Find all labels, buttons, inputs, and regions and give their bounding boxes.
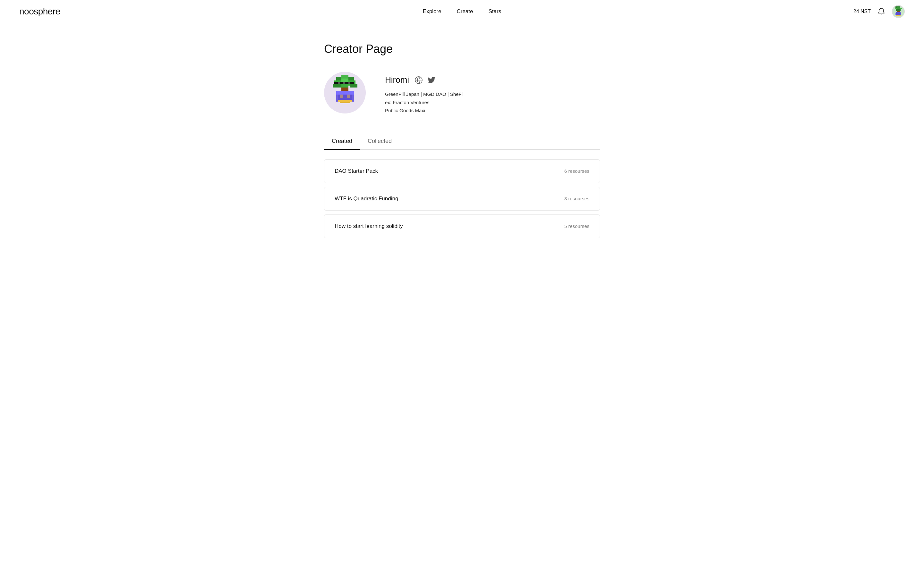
svg-rect-22 (333, 84, 342, 87)
profile-name-row: Hiromi (385, 75, 463, 85)
card-resources: 3 resourses (564, 196, 590, 201)
page-content: Creator Page (318, 23, 606, 258)
svg-rect-41 (347, 95, 351, 98)
svg-rect-38 (338, 100, 352, 102)
nav-link-explore[interactable]: Explore (423, 8, 441, 15)
svg-rect-8 (896, 12, 901, 15)
nav-right: 24 NST (853, 5, 905, 18)
tabs-container: Created Collected (324, 134, 600, 150)
profile-avatar (324, 72, 366, 113)
card-title: How to start learning solidity (334, 223, 403, 229)
svg-rect-0 (895, 6, 897, 8)
profile-section: Hiromi (324, 72, 600, 115)
svg-rect-31 (349, 82, 351, 84)
svg-rect-25 (334, 82, 338, 84)
svg-rect-4 (897, 7, 900, 9)
svg-rect-7 (897, 11, 900, 12)
svg-rect-13 (896, 9, 897, 9)
nst-balance: 24 NST (853, 9, 871, 15)
nav-link-create[interactable]: Create (457, 8, 473, 15)
nav-links: Explore Create Stars (423, 8, 501, 15)
svg-rect-32 (341, 87, 349, 91)
svg-rect-9 (895, 13, 896, 15)
nav-link-stars[interactable]: Stars (488, 8, 501, 15)
bell-icon[interactable] (877, 7, 885, 16)
svg-rect-40 (340, 95, 343, 98)
svg-rect-15 (901, 9, 902, 9)
page-title: Creator Page (324, 42, 600, 56)
svg-rect-14 (900, 9, 901, 9)
bio-line2: ex: Fracton Ventures (385, 98, 463, 107)
card-title: DAO Starter Pack (334, 168, 378, 174)
svg-rect-39 (340, 102, 351, 103)
card-resources: 5 resourses (564, 223, 590, 229)
svg-rect-37 (336, 91, 354, 95)
svg-rect-29 (345, 82, 349, 84)
card-wtf-quadratic[interactable]: WTF is Quadratic Funding 3 resourses (324, 187, 600, 211)
card-title: WTF is Quadratic Funding (334, 195, 398, 202)
bio-line1: GreenPill Japan | MGD DAO | SheFi (385, 90, 463, 98)
social-icons (414, 76, 436, 85)
bio-line3: Public Goods Maxi (385, 106, 463, 115)
logo[interactable]: noosphere (19, 6, 60, 17)
svg-rect-12 (895, 9, 895, 9)
tab-collected[interactable]: Collected (360, 134, 399, 150)
globe-icon[interactable] (414, 76, 423, 85)
card-solidity-learning[interactable]: How to start learning solidity 5 resours… (324, 214, 600, 238)
svg-rect-23 (341, 84, 349, 87)
twitter-icon[interactable] (427, 76, 436, 85)
svg-rect-11 (896, 15, 901, 16)
svg-rect-6 (896, 9, 901, 11)
card-dao-starter-pack[interactable]: DAO Starter Pack 6 resourses (324, 159, 600, 183)
svg-rect-26 (340, 82, 343, 84)
navbar: noosphere Explore Create Stars 24 NST (0, 0, 924, 23)
cards-list: DAO Starter Pack 6 resourses WTF is Quad… (324, 159, 600, 238)
tabs: Created Collected (324, 134, 600, 149)
profile-info: Hiromi (385, 72, 463, 115)
svg-rect-30 (351, 82, 354, 84)
svg-rect-24 (351, 84, 357, 87)
svg-rect-10 (901, 13, 901, 15)
user-avatar[interactable] (892, 5, 905, 18)
profile-bio: GreenPill Japan | MGD DAO | SheFi ex: Fr… (385, 90, 463, 115)
svg-rect-27 (338, 82, 340, 84)
svg-rect-28 (343, 82, 345, 84)
card-resources: 6 resourses (564, 168, 590, 174)
profile-name: Hiromi (385, 75, 409, 85)
tab-created[interactable]: Created (324, 134, 360, 150)
svg-rect-1 (897, 6, 899, 7)
